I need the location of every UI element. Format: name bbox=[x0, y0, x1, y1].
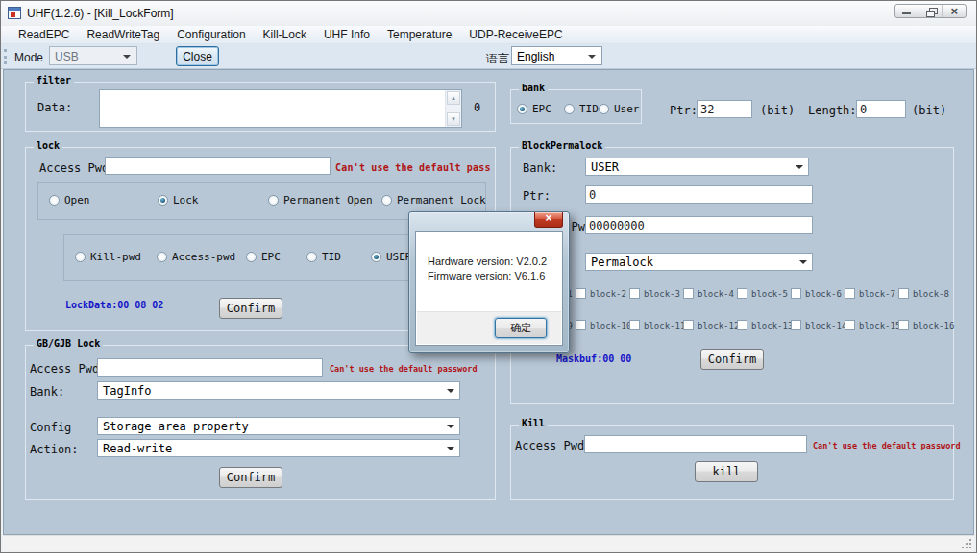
menu-item-configuration[interactable]: Configuration bbox=[168, 28, 254, 41]
gb-config-label: Config bbox=[30, 421, 71, 434]
checkbox-block-5[interactable]: block-5 bbox=[737, 288, 788, 299]
checkbox-block-14[interactable]: block-14 bbox=[791, 320, 846, 330]
radio-access-pwd[interactable]: Access-pwd bbox=[157, 251, 235, 263]
menu-item-readwritetag[interactable]: ReadWriteTag bbox=[78, 28, 168, 41]
radio-lock[interactable]: Lock bbox=[158, 194, 199, 207]
language-combobox-value: English bbox=[517, 50, 554, 63]
hardware-version-text: Hardware version: V2.0.2 bbox=[428, 256, 547, 267]
mode-combobox[interactable]: USB bbox=[49, 46, 137, 65]
checkbox-box bbox=[845, 320, 855, 330]
bp-ptr-input[interactable] bbox=[585, 185, 813, 204]
checkbox-block-7[interactable]: block-7 bbox=[845, 288, 895, 299]
checkbox-box bbox=[898, 288, 909, 299]
length-unit-label: (bit) bbox=[912, 104, 946, 117]
menu-item-udp-receiveepc[interactable]: UDP-ReceiveEPC bbox=[460, 28, 571, 41]
radio-user[interactable]: USER bbox=[371, 251, 412, 263]
scroll-up-icon[interactable] bbox=[447, 91, 460, 105]
checkbox-block-15[interactable]: block-15 bbox=[845, 320, 900, 330]
checkbox-block-2[interactable]: block-2 bbox=[576, 288, 626, 299]
radio-bank-tid[interactable]: TID bbox=[564, 103, 599, 115]
checkbox-box bbox=[576, 288, 586, 299]
gb-confirm-button[interactable]: Confirm bbox=[219, 467, 282, 488]
checkbox-box bbox=[737, 320, 747, 330]
language-combobox[interactable]: English bbox=[511, 46, 602, 65]
firmware-version-text: Firmware version: V6.1.6 bbox=[428, 270, 545, 281]
radio-dot bbox=[564, 104, 575, 114]
scroll-down-icon[interactable] bbox=[447, 112, 460, 126]
gb-bank-combobox-value: TagInfo bbox=[103, 384, 152, 398]
radio-permanent-open[interactable]: Permanent Open bbox=[268, 194, 373, 207]
gb-action-label: Action: bbox=[30, 443, 79, 456]
ptr-unit-label: (bit) bbox=[760, 104, 795, 117]
bp-bank-combobox-value: USER bbox=[591, 160, 619, 174]
radio-kill-pwd[interactable]: Kill-pwd bbox=[75, 251, 141, 263]
version-dialog: Hardware version: V2.0.2 Firmware versio… bbox=[408, 211, 570, 353]
dialog-close-icon[interactable] bbox=[534, 212, 563, 228]
checkbox-block-11[interactable]: block-11 bbox=[629, 320, 685, 330]
gb-action-combobox[interactable]: Read-write bbox=[97, 439, 460, 457]
filter-data-textarea[interactable] bbox=[99, 89, 462, 128]
radio-epc[interactable]: EPC bbox=[246, 251, 281, 263]
minimize-button[interactable] bbox=[895, 5, 919, 17]
dialog-ok-button[interactable]: 确定 bbox=[495, 318, 547, 338]
radio-dot bbox=[371, 252, 381, 262]
radio-bank-user[interactable]: User bbox=[599, 103, 640, 115]
blockpermalock-group-title: BlockPermalock bbox=[519, 140, 605, 151]
gb-access-pwd-input[interactable] bbox=[97, 358, 323, 377]
bp-bank-label: Bank: bbox=[523, 161, 557, 175]
bp-access-pwd-input[interactable] bbox=[585, 216, 813, 234]
kill-warning-text: Can't use the default password bbox=[813, 441, 961, 450]
menu-item-temperature[interactable]: Temperature bbox=[379, 28, 460, 41]
checkbox-block-8[interactable]: block-8 bbox=[898, 288, 949, 299]
checkbox-block-13[interactable]: block-13 bbox=[737, 320, 793, 330]
radio-dot bbox=[158, 195, 168, 206]
window-controls bbox=[894, 4, 967, 18]
radio-dot bbox=[246, 252, 257, 262]
checkbox-block-4[interactable]: block-4 bbox=[683, 288, 734, 299]
maskbuf-text: Maskbuf:00 00 bbox=[556, 353, 631, 364]
menu-item-uhf-info[interactable]: UHF Info bbox=[315, 28, 379, 41]
kill-button[interactable]: kill bbox=[695, 461, 758, 482]
resize-grip[interactable] bbox=[960, 537, 973, 550]
checkbox-box bbox=[791, 320, 801, 330]
radio-open[interactable]: Open bbox=[49, 194, 90, 207]
menu-item-kill-lock[interactable]: Kill-Lock bbox=[255, 28, 315, 41]
radio-dot bbox=[381, 195, 392, 206]
bp-ptr-label: Ptr: bbox=[523, 189, 551, 203]
mode-label: Mode bbox=[14, 51, 43, 64]
gb-config-combobox[interactable]: Storage area property bbox=[97, 417, 460, 435]
restore-button[interactable] bbox=[919, 5, 943, 17]
length-input[interactable] bbox=[856, 100, 906, 118]
bp-mode-combobox-value: Permalock bbox=[591, 256, 653, 269]
filter-scrollbar[interactable] bbox=[445, 90, 461, 127]
bp-confirm-button[interactable]: Confirm bbox=[700, 349, 764, 370]
radio-bank-epc[interactable]: EPC bbox=[517, 103, 551, 115]
checkbox-block-12[interactable]: block-12 bbox=[683, 320, 739, 330]
radio-permanent-lock[interactable]: Permanent Lock bbox=[381, 194, 486, 207]
checkbox-box bbox=[737, 288, 747, 299]
lockdata-text: LockData:00 08 02 bbox=[65, 300, 163, 310]
lock-confirm-button[interactable]: Confirm bbox=[219, 298, 282, 319]
lock-access-pwd-input[interactable] bbox=[105, 157, 331, 175]
status-bar bbox=[3, 535, 974, 551]
dialog-body: Hardware version: V2.0.2 Firmware versio… bbox=[415, 231, 563, 346]
close-window-button[interactable] bbox=[943, 5, 966, 17]
length-label: Length: bbox=[808, 104, 857, 117]
toolbar-grip[interactable] bbox=[4, 49, 7, 64]
checkbox-block-10[interactable]: block-10 bbox=[576, 320, 631, 330]
radio-dot bbox=[517, 104, 527, 114]
close-button[interactable]: Close bbox=[176, 46, 219, 66]
checkbox-block-16[interactable]: block-16 bbox=[898, 320, 954, 330]
radio-tid[interactable]: TID bbox=[306, 251, 341, 263]
checkbox-block-3[interactable]: block-3 bbox=[629, 288, 680, 299]
kill-access-pwd-input[interactable] bbox=[584, 435, 807, 453]
radio-dot bbox=[75, 252, 86, 262]
gb-bank-combobox[interactable]: TagInfo bbox=[97, 381, 460, 400]
menu-item-readepc[interactable]: ReadEPC bbox=[10, 28, 78, 41]
ptr-input[interactable] bbox=[697, 100, 752, 118]
bp-bank-combobox[interactable]: USER bbox=[585, 158, 809, 176]
toolbar: Mode USB Close 语言 English bbox=[1, 44, 976, 69]
bp-mode-combobox[interactable]: Permalock bbox=[585, 253, 813, 271]
checkbox-block-6[interactable]: block-6 bbox=[791, 288, 842, 299]
checkbox-box bbox=[898, 320, 909, 330]
